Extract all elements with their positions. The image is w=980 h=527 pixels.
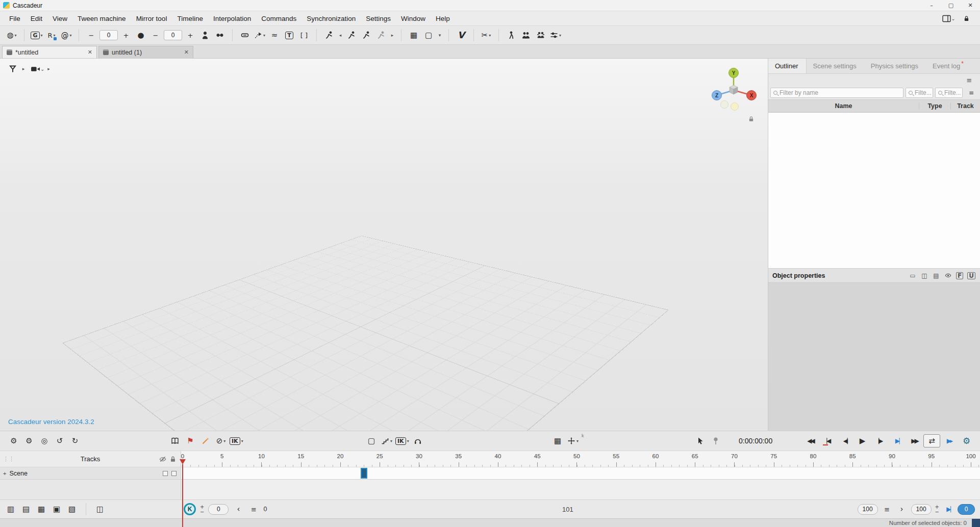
document-tab[interactable]: *untitled ✕	[2, 46, 97, 58]
viewport-3d[interactable]: ▸ ⌄ ▸ Y X Z Ca	[0, 59, 768, 431]
scissors-button[interactable]: ✂▾	[480, 28, 493, 42]
current-frame-field[interactable]: 0	[208, 504, 229, 515]
menu-item[interactable]: Edit	[26, 11, 47, 25]
fps-field[interactable]: 100	[911, 504, 932, 515]
chevron-down-icon[interactable]: ⌄	[951, 16, 955, 21]
tab-close-icon[interactable]: ✕	[88, 49, 92, 56]
document-tab[interactable]: untitled (1) ✕	[98, 46, 193, 58]
visibility-off-icon[interactable]	[159, 456, 166, 463]
close-button[interactable]: ✕	[961, 0, 980, 11]
autophysics-button[interactable]	[411, 434, 424, 448]
jump-to-end-button[interactable]: ▶|	[889, 434, 906, 447]
frame-list-button[interactable]: ≡	[248, 503, 259, 515]
tween-increase-button[interactable]: +	[119, 28, 133, 42]
right-panel-tab[interactable]: Event log *	[926, 59, 970, 73]
layout-lock-button[interactable]	[960, 11, 973, 25]
playback-settings-button[interactable]: ⚙	[958, 434, 975, 447]
scene-track-label-cell[interactable]: + Scene	[0, 467, 181, 480]
interval-decrease-button[interactable]: −	[149, 28, 162, 42]
right-panel-tab[interactable]: Scene settings	[807, 59, 864, 73]
chevron-down-icon[interactable]: ⌄	[40, 66, 44, 72]
frame-ruler[interactable]: 0510152025303540455055606570758085909510…	[181, 451, 980, 467]
column-header-name[interactable]: Name	[768, 102, 919, 110]
selection-filter-button[interactable]	[6, 62, 19, 76]
pointer-button[interactable]	[694, 434, 707, 448]
selection-filter-expand-button[interactable]: ▸	[20, 62, 27, 76]
right-panel-tab[interactable]: Physics settings	[864, 59, 926, 73]
flag-marker-button[interactable]: ⚑	[184, 434, 197, 448]
track-list-button[interactable]: ▦	[36, 503, 47, 515]
interval-value-field[interactable]: 0	[164, 30, 182, 40]
dropdown-caret-icon[interactable]: ▾	[223, 439, 225, 443]
split-columns-button[interactable]: ◫	[920, 271, 929, 280]
brackets-tool-button[interactable]: [ ]	[297, 28, 311, 42]
duplicate-track-button[interactable]: ▣	[51, 503, 62, 515]
resize-grip[interactable]	[972, 519, 980, 527]
track-layout-button[interactable]: ◫	[94, 503, 106, 515]
interpolation-wave-button[interactable]: ≈	[268, 28, 281, 42]
scene-lock-checkbox[interactable]	[171, 471, 177, 476]
outliner-list[interactable]	[768, 113, 980, 269]
drag-handle-icon[interactable]: ⋮⋮	[3, 456, 14, 462]
menu-item[interactable]: Commands	[256, 11, 301, 25]
keyframe-block[interactable]	[361, 468, 367, 479]
loop-toggle-button[interactable]: ⇄	[923, 434, 940, 447]
record-ring-button[interactable]: ◎	[38, 434, 51, 448]
refresh-interval-button[interactable]: ↻	[68, 434, 82, 448]
interval-increase-button[interactable]: +	[184, 28, 197, 42]
dropdown-caret-icon[interactable]: ▾	[69, 33, 71, 38]
pin-button[interactable]	[709, 434, 722, 448]
lock-icon[interactable]	[169, 456, 177, 463]
run-pose-2-button[interactable]	[360, 28, 373, 42]
playhead-marker[interactable]	[180, 459, 186, 464]
step-back-button[interactable]: ◀|	[837, 434, 853, 447]
column-header-type[interactable]: Type	[919, 102, 950, 110]
fulcrum-button[interactable]: ▦	[551, 434, 564, 448]
offset-field[interactable]: 0	[958, 504, 975, 515]
frames-filter-button[interactable]: F	[955, 271, 964, 280]
fps-increment-button[interactable]: +	[935, 505, 939, 509]
timeline-empty-right[interactable]	[181, 480, 980, 499]
fps-decrement-button[interactable]: −	[935, 510, 939, 514]
outliner-menu-button[interactable]: ≡	[963, 73, 976, 87]
gizmo-lock-icon[interactable]	[748, 116, 755, 122]
camera-button[interactable]: ⌄	[31, 62, 44, 76]
character-button[interactable]	[198, 28, 212, 42]
skip-to-end-button[interactable]: ▶|	[943, 503, 954, 515]
disable-tools-button[interactable]: ⊘▾	[214, 434, 228, 448]
dropdown-caret-icon[interactable]: ▾	[15, 33, 17, 38]
trajectory-tool-button[interactable]: ▾	[253, 28, 266, 42]
autokey-button[interactable]: K	[184, 503, 196, 515]
menu-item[interactable]: View	[47, 11, 72, 25]
characters-button[interactable]	[519, 28, 533, 42]
dropdown-caret-icon[interactable]: ▾	[263, 33, 265, 38]
ik-interpolation-button[interactable]: IK▾	[395, 434, 409, 448]
menu-item[interactable]: Interpolation	[208, 11, 256, 25]
filter-track-input[interactable]: Filte...	[935, 88, 963, 98]
next-marker-button[interactable]: ›	[896, 503, 908, 515]
range-list-button[interactable]: ≡	[882, 503, 893, 515]
mirror-posing-button[interactable]	[168, 434, 182, 448]
maximize-button[interactable]: ▢	[941, 0, 961, 11]
text-tool-button[interactable]: T	[283, 28, 296, 42]
menu-item[interactable]: Synchronization	[301, 11, 361, 25]
dropdown-caret-icon[interactable]: ▾	[559, 33, 561, 38]
dropdown-caret-icon[interactable]: ▾	[41, 33, 43, 38]
dropdown-caret-icon[interactable]: ▾	[241, 439, 243, 443]
list-view-button[interactable]: ▤	[932, 271, 941, 280]
jump-to-start-button[interactable]: |◀	[819, 434, 836, 447]
filter-menu-button[interactable]: ≡	[965, 88, 978, 98]
cycle-mode-button[interactable]: ↺	[53, 434, 66, 448]
stepped-interpolation-button[interactable]: ▾	[380, 434, 393, 448]
tween-decrease-button[interactable]: −	[85, 28, 98, 42]
menu-item[interactable]: Window	[396, 11, 431, 25]
float-panel-button[interactable]: ▭	[908, 271, 917, 280]
filter-type-input[interactable]: Filte...	[906, 88, 933, 98]
velocity-logo-button[interactable]: V	[455, 28, 468, 42]
play-realtime-button[interactable]: ▶▸	[941, 434, 958, 447]
fast-backward-button[interactable]: ◀◀	[802, 434, 819, 447]
frame-increment-button[interactable]: +	[200, 505, 204, 509]
dropdown-caret-icon[interactable]: ▾	[576, 439, 579, 443]
tab-close-icon[interactable]: ✕	[184, 49, 189, 56]
run-pose-1-button[interactable]	[345, 28, 358, 42]
